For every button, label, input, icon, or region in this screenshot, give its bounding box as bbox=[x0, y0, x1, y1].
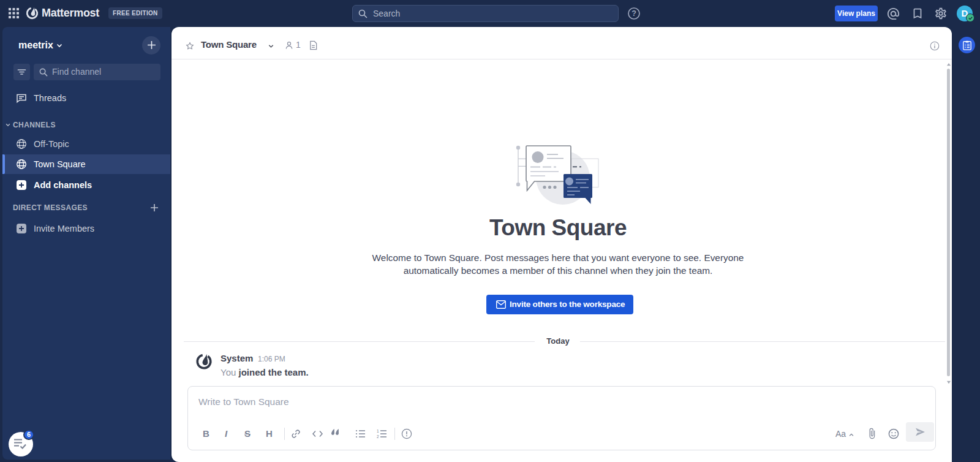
svg-text:2: 2 bbox=[377, 434, 379, 439]
svg-text:?: ? bbox=[631, 9, 636, 18]
svg-text:1: 1 bbox=[377, 429, 379, 433]
